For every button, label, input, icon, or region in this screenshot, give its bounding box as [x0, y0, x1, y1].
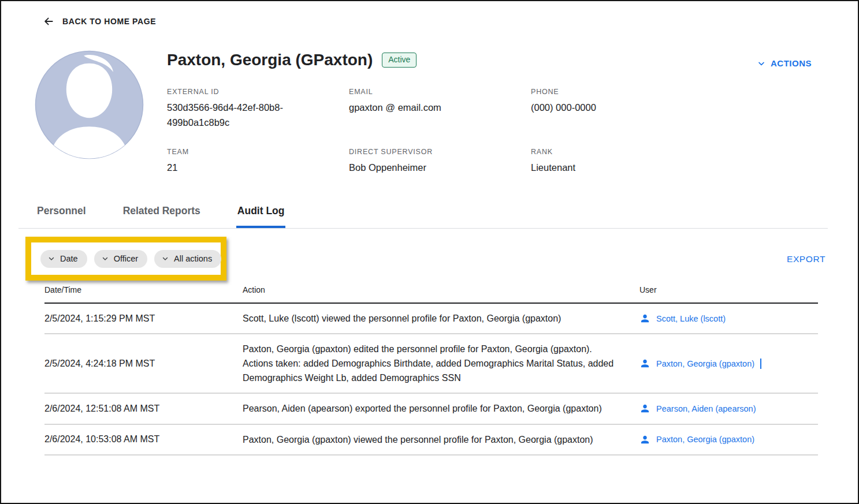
field-label: Phone — [531, 88, 727, 96]
audit-action-text: Paxton, Georgia (gpaxton) viewed the per… — [243, 432, 622, 447]
actions-label: ACTIONS — [771, 58, 812, 68]
profile-field: Team 21 — [167, 148, 349, 176]
field-value: 530d3566-96d4-42ef-80b8-499b0a1c8b9c — [167, 100, 301, 130]
field-label: External ID — [167, 88, 349, 96]
field-label: Direct Supervisor — [349, 148, 531, 156]
audit-user-link[interactable]: Paxton, Georgia (gpaxton) — [656, 359, 754, 368]
person-icon — [639, 434, 650, 445]
audit-user-link[interactable]: Pearson, Aiden (apearson) — [656, 404, 756, 413]
chevron-down-icon — [757, 59, 766, 68]
page-title: Paxton, Georgia (GPaxton) — [167, 51, 373, 69]
back-link-label: Back to home page — [62, 17, 156, 26]
text-cursor — [760, 359, 761, 369]
field-label: Rank — [531, 148, 727, 156]
filter-chip-date[interactable]: Date — [40, 250, 87, 268]
filter-chip-officer[interactable]: Officer — [94, 250, 147, 268]
audit-datetime: 2/6/2024, 10:53:08 AM MST — [44, 434, 243, 445]
field-value: (000) 000-0000 — [531, 100, 727, 115]
audit-action-text: Pearson, Aiden (apearson) exported the p… — [243, 401, 622, 416]
table-row: 2/5/2024, 4:24:18 PM MST Paxton, Georgia… — [44, 334, 818, 394]
audit-action-text: Paxton, Georgia (gpaxton) edited the per… — [243, 342, 622, 385]
field-label: Team — [167, 148, 349, 156]
actions-button[interactable]: ACTIONS — [757, 58, 812, 68]
column-header-user: User — [639, 285, 818, 294]
person-icon — [639, 313, 650, 324]
field-label: Email — [349, 88, 531, 96]
annotation-highlight-box: Date Officer All actions — [25, 237, 226, 281]
table-body: 2/5/2024, 1:15:29 PM MST Scott, Luke (ls… — [44, 304, 818, 456]
audit-datetime: 2/5/2024, 4:24:18 PM MST — [44, 359, 243, 369]
field-value: 21 — [167, 160, 349, 176]
table-row: 2/6/2024, 12:51:08 AM MST Pearson, Aiden… — [44, 394, 818, 424]
audit-datetime: 2/6/2024, 12:51:08 AM MST — [44, 404, 243, 414]
profile-field: Rank Lieutenant — [531, 148, 727, 176]
profile-field: Email gpaxton @ email.com — [349, 88, 531, 130]
field-value: Bob Oppenheimer — [349, 160, 531, 176]
export-button[interactable]: EXPORT — [787, 254, 825, 264]
table-row: 2/6/2024, 10:53:08 AM MST Paxton, Georgi… — [44, 425, 818, 456]
table-row: 2/5/2024, 1:15:29 PM MST Scott, Luke (ls… — [44, 304, 818, 334]
audit-datetime: 2/5/2024, 1:15:29 PM MST — [44, 313, 243, 324]
audit-user-link[interactable]: Scott, Luke (lscott) — [656, 314, 726, 323]
audit-user-link[interactable]: Paxton, Georgia (gpaxton) — [656, 435, 754, 444]
chevron-down-icon — [101, 255, 109, 263]
profile-avatar — [35, 50, 144, 159]
tab-bar: Personnel Related Reports Audit Log — [18, 201, 828, 229]
audit-action-text: Scott, Luke (lscott) viewed the personne… — [243, 311, 622, 326]
profile-field: External ID 530d3566-96d4-42ef-80b8-499b… — [167, 88, 349, 130]
audit-log-table: Date/Time Action User 2/5/2024, 1:15:29 … — [44, 285, 818, 456]
field-value: gpaxton @ email.com — [349, 100, 531, 115]
chevron-down-icon — [161, 255, 169, 263]
field-value: Lieutenant — [531, 160, 727, 176]
profile-header: Paxton, Georgia (GPaxton) Active — [167, 51, 417, 69]
person-avatar-icon — [35, 50, 144, 159]
column-header-action: Action — [243, 285, 639, 294]
back-arrow-icon — [43, 16, 54, 27]
filter-chip-all-actions[interactable]: All actions — [154, 250, 221, 268]
person-icon — [639, 358, 650, 369]
back-to-home-link[interactable]: Back to home page — [43, 16, 156, 27]
chevron-down-icon — [47, 255, 55, 263]
profile-fields: External ID 530d3566-96d4-42ef-80b8-499b… — [167, 88, 727, 176]
profile-field: Direct Supervisor Bob Oppenheimer — [349, 148, 531, 176]
table-header-row: Date/Time Action User — [44, 285, 818, 304]
tab-audit-log[interactable]: Audit Log — [236, 201, 286, 228]
tab-personnel[interactable]: Personnel — [36, 201, 87, 228]
status-badge: Active — [382, 53, 417, 67]
column-header-datetime: Date/Time — [44, 285, 243, 294]
tab-related-reports[interactable]: Related Reports — [122, 201, 202, 228]
person-icon — [639, 403, 650, 414]
profile-field: Phone (000) 000-0000 — [531, 88, 727, 130]
